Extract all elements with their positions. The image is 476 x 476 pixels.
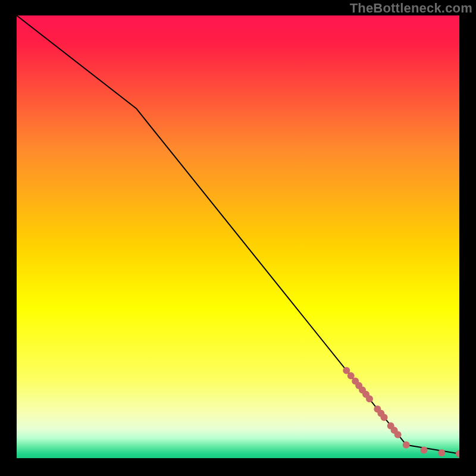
marker-dot	[366, 395, 373, 402]
watermark: TheBottleneck.com	[350, 1, 472, 16]
marker-dot	[394, 431, 402, 439]
chart-svg	[17, 15, 459, 458]
marker-dot	[438, 449, 445, 456]
marker-dot	[403, 441, 410, 449]
marker-dot	[381, 414, 388, 421]
chart-frame: TheBottleneck.com	[0, 0, 476, 476]
gradient-background	[17, 15, 459, 458]
marker-dot	[420, 447, 427, 454]
plot-area	[17, 15, 459, 458]
